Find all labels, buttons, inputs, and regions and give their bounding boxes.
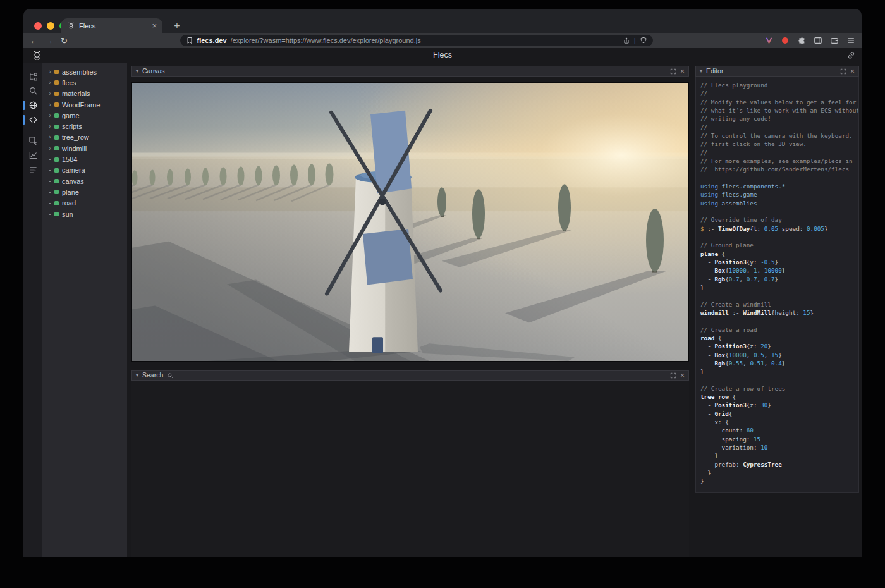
wallet-icon[interactable] <box>829 35 839 46</box>
vpn-v-icon[interactable] <box>764 35 774 46</box>
tree-icon[interactable] <box>23 69 42 83</box>
code-line: } <box>700 477 858 485</box>
browser-tab[interactable]: Flecs × <box>61 18 162 33</box>
code-line: // writing any code! <box>700 114 858 123</box>
share-icon[interactable] <box>623 37 630 44</box>
leaf-dash-icon: - <box>47 156 53 162</box>
code-line: // first click on the 3D view. <box>700 140 858 148</box>
expander-icon[interactable]: › <box>47 80 53 86</box>
url-domain: flecs.dev <box>197 37 227 44</box>
stats-icon[interactable] <box>23 162 42 177</box>
back-icon[interactable]: ← <box>29 37 39 45</box>
link-icon[interactable] <box>847 51 855 59</box>
entity-color-swatch <box>54 179 59 183</box>
code-line: $ :- TimeOfDay{t: 0.05 speed: 0.005} <box>700 224 858 233</box>
expander-icon[interactable]: › <box>47 123 53 130</box>
entity-label: tree_row <box>62 133 89 141</box>
flecs-explorer-app: Flecs ›assemblies›flecs›materials›WoodFr… <box>23 48 862 557</box>
canvas-3d-scene <box>132 83 688 361</box>
canvas-3d-view[interactable] <box>131 82 689 362</box>
fullscreen-icon[interactable] <box>670 68 676 75</box>
tree-item-windmill[interactable]: ›windmill <box>42 143 127 154</box>
tree-item-flecs[interactable]: ›flecs <box>42 77 127 88</box>
tree-item-WoodFrame[interactable]: ›WoodFrame <box>42 99 127 110</box>
entity-color-swatch <box>54 212 59 216</box>
reload-icon[interactable]: ↻ <box>59 37 69 45</box>
minimize-window-button[interactable] <box>47 22 54 30</box>
world-icon[interactable] <box>23 98 42 113</box>
code-line: // Create a windmill <box>700 300 858 309</box>
code-line: windmill :- WindMill{height: 15} <box>700 309 858 317</box>
expander-icon[interactable]: › <box>47 69 53 75</box>
tree-item-sun[interactable]: -sun <box>42 209 127 219</box>
tree-item-1584[interactable]: -1584 <box>42 154 127 164</box>
tree-item-materials[interactable]: ›materials <box>42 89 127 99</box>
url-path: /explorer/?wasm=https://www.flecs.dev/ex… <box>231 37 619 44</box>
record-icon[interactable] <box>780 35 790 46</box>
extensions-puzzle-icon[interactable] <box>796 35 807 46</box>
close-panel-icon[interactable]: × <box>680 68 685 75</box>
entity-color-swatch <box>54 92 59 96</box>
tree-item-scripts[interactable]: ›scripts <box>42 121 127 132</box>
expander-icon[interactable]: › <box>47 102 53 108</box>
close-tab-icon[interactable]: × <box>152 21 157 30</box>
flecs-favicon-icon <box>67 21 75 30</box>
code-line: - Position3{z: 30} <box>700 401 858 409</box>
side-panel-icon[interactable] <box>813 35 823 46</box>
collapse-chevron-icon[interactable]: ▾ <box>700 69 702 74</box>
brave-shield-icon[interactable] <box>640 37 647 44</box>
close-panel-icon[interactable]: × <box>680 372 685 379</box>
tree-item-assemblies[interactable]: ›assemblies <box>42 66 127 77</box>
bookmark-icon[interactable] <box>186 37 193 44</box>
tree-item-game[interactable]: ›game <box>42 110 127 121</box>
collapse-chevron-icon[interactable]: ▾ <box>136 373 138 378</box>
expander-icon[interactable]: › <box>47 134 53 140</box>
expander-icon[interactable]: › <box>47 90 53 97</box>
fullscreen-icon[interactable] <box>670 372 676 379</box>
entity-label: assemblies <box>62 68 97 76</box>
new-tab-button[interactable]: + <box>171 20 183 32</box>
entity-label: camera <box>62 166 85 174</box>
code-icon[interactable] <box>23 113 42 127</box>
code-line: // <box>700 89 858 97</box>
code-line: x: { <box>700 418 858 426</box>
tab-title: Flecs <box>79 22 148 30</box>
code-line: tree_row { <box>700 393 858 401</box>
tree-item-camera[interactable]: -camera <box>42 165 127 176</box>
search-panel-header: ▾ Search × <box>131 370 689 381</box>
tree-item-plane[interactable]: -plane <box>42 187 127 197</box>
code-line <box>700 317 858 325</box>
address-bar[interactable]: flecs.dev /explorer/?wasm=https://www.fl… <box>180 35 653 46</box>
code-line: count: 60 <box>700 426 858 434</box>
fullscreen-icon[interactable] <box>840 68 846 75</box>
tree-item-tree_row[interactable]: ›tree_row <box>42 132 127 143</box>
close-panel-icon[interactable]: × <box>850 68 855 75</box>
entity-label: 1584 <box>62 156 77 163</box>
code-line: // Flecs playground <box>700 81 858 89</box>
entity-label: sun <box>62 211 73 218</box>
menu-icon[interactable] <box>846 35 856 46</box>
code-line: using assemblies <box>700 199 858 207</box>
entity-color-swatch <box>54 125 59 129</box>
chart-icon[interactable] <box>23 148 42 162</box>
app-body: ›assemblies›flecs›materials›WoodFrame›ga… <box>23 63 862 557</box>
code-line: } <box>700 367 858 376</box>
tree-item-road[interactable]: -road <box>42 198 127 209</box>
entity-color-swatch <box>54 80 59 85</box>
code-line: // Override time of day <box>700 216 858 224</box>
search-icon <box>167 372 173 379</box>
code-line: // For more examples, see examples/plecs… <box>700 157 858 165</box>
expander-icon[interactable]: › <box>47 145 53 152</box>
code-line: // To control the camera with the keyboa… <box>700 132 858 140</box>
forward-icon[interactable]: → <box>44 37 54 45</box>
code-line <box>700 174 858 182</box>
close-window-button[interactable] <box>34 22 42 30</box>
inspect-icon[interactable] <box>23 133 42 148</box>
editor-code[interactable]: // Flecs playground//// Modify the value… <box>695 77 859 493</box>
code-line: // Modify the values below to get a feel… <box>700 98 858 106</box>
leaf-dash-icon: - <box>47 200 53 206</box>
tree-item-canvas[interactable]: -canvas <box>42 176 127 187</box>
collapse-chevron-icon[interactable]: ▾ <box>136 69 138 74</box>
search-icon[interactable] <box>23 83 42 98</box>
expander-icon[interactable]: › <box>47 113 53 119</box>
